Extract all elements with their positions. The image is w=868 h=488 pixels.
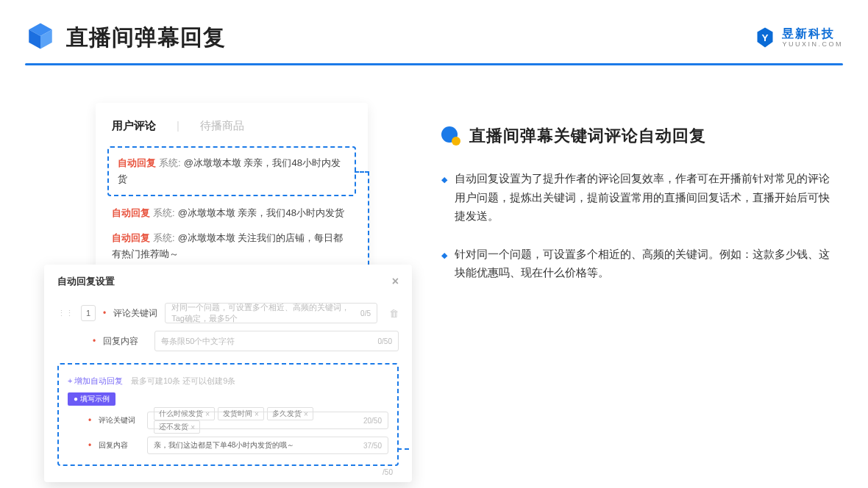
auto-reply-badge: 自动回复 bbox=[112, 232, 150, 243]
remove-tag-icon[interactable]: × bbox=[304, 410, 308, 418]
keyword-label: 评论关键词 bbox=[99, 415, 140, 426]
cube-icon bbox=[25, 21, 56, 54]
required-dot: • bbox=[103, 308, 106, 318]
outer-count: /50 bbox=[383, 468, 393, 476]
required-dot: • bbox=[88, 440, 91, 451]
tab-user-comments[interactable]: 用户评论 bbox=[112, 119, 156, 133]
reply-label: 回复内容 bbox=[103, 335, 147, 348]
example-badge: ● 填写示例 bbox=[68, 392, 115, 406]
bullet-text: 针对同一个问题，可设置多个相近的、高频的关键词。例如：这款多少钱、这块能优惠吗、… bbox=[455, 245, 839, 282]
bullet-item: ◆ 针对同一个问题，可设置多个相近的、高频的关键词。例如：这款多少钱、这块能优惠… bbox=[441, 245, 839, 282]
quota-hint: 最多可建10条 还可以创建9条 bbox=[131, 376, 235, 385]
diamond-icon: ◆ bbox=[441, 173, 447, 226]
trash-icon[interactable]: 🗑 bbox=[389, 308, 399, 319]
diamond-icon: ◆ bbox=[441, 248, 447, 282]
keyword-label: 评论关键词 bbox=[113, 307, 157, 320]
brand-name-en: YUUXIN.COM bbox=[782, 41, 843, 48]
keyword-tag[interactable]: 发货时间× bbox=[218, 407, 264, 420]
brand-name-cn: 昱新科技 bbox=[782, 28, 843, 40]
header-divider bbox=[25, 63, 843, 65]
remove-tag-icon[interactable]: × bbox=[205, 410, 210, 418]
svg-text:Y: Y bbox=[762, 32, 769, 43]
reply-label: 回复内容 bbox=[99, 440, 140, 451]
keyword-tag[interactable]: 什么时候发货× bbox=[154, 407, 215, 420]
reply-input-example[interactable]: 亲，我们这边都是下单48小时内发货的哦～ 37/50 bbox=[147, 437, 388, 454]
chat-bubble-icon bbox=[441, 126, 460, 146]
comments-panel: 用户评论 | 待播商品 自动回复系统:@冰墩墩本墩 亲亲，我们48小时内发货 自… bbox=[96, 103, 368, 281]
add-auto-reply-link[interactable]: + 增加自动回复 bbox=[68, 376, 123, 385]
bullet-text: 自动回复设置为了提升作者的评论回复效率，作者可在开播前针对常见的评论用户问题，提… bbox=[455, 169, 839, 226]
close-icon[interactable]: × bbox=[392, 275, 399, 288]
example-highlight-box: + 增加自动回复 最多可建10条 还可以创建9条 ● 填写示例 • 评论关键词 … bbox=[57, 363, 399, 466]
slide-header: 直播间弹幕回复 Y 昱新科技 YUUXIN.COM bbox=[25, 21, 843, 65]
required-dot: • bbox=[93, 336, 96, 346]
order-index: 1 bbox=[81, 305, 96, 321]
auto-reply-settings-panel: 自动回复设置 × ⋮⋮ 1 • 评论关键词 对同一个问题，可设置多个相近、高频的… bbox=[44, 265, 412, 482]
screenshot-composite: 用户评论 | 待播商品 自动回复系统:@冰墩墩本墩 亲亲，我们48小时内发货 自… bbox=[44, 103, 419, 463]
comment-row: 自动回复系统:@冰墩墩本墩 关注我们的店铺，每日都有热门推荐呦～ bbox=[112, 230, 352, 262]
remove-tag-icon[interactable]: × bbox=[255, 410, 259, 418]
highlighted-comment: 自动回复系统:@冰墩墩本墩 亲亲，我们48小时内发货 bbox=[107, 146, 356, 196]
comment-text: @冰墩墩本墩 亲亲，我们48小时内发货 bbox=[178, 207, 344, 218]
keyword-input-example[interactable]: 什么时候发货×发货时间×多久发货×还不发货× 20/50 bbox=[147, 412, 388, 429]
remove-tag-icon[interactable]: × bbox=[191, 423, 195, 431]
tab-divider: | bbox=[177, 119, 179, 133]
settings-title: 自动回复设置 bbox=[57, 275, 115, 288]
required-dot: • bbox=[88, 415, 91, 426]
keyword-tag[interactable]: 还不发货× bbox=[154, 420, 200, 434]
drag-handle-icon[interactable]: ⋮⋮ bbox=[57, 309, 74, 318]
bullet-item: ◆ 自动回复设置为了提升作者的评论回复效率，作者可在开播前针对常见的评论用户问题… bbox=[441, 169, 839, 226]
keyword-tag[interactable]: 多久发货× bbox=[267, 407, 313, 420]
section-title: 直播间弹幕关键词评论自动回复 bbox=[469, 125, 706, 147]
description-panel: 直播间弹幕关键词评论自动回复 ◆ 自动回复设置为了提升作者的评论回复效率，作者可… bbox=[441, 125, 839, 282]
reply-input[interactable]: 每条限50个中文字符 0/50 bbox=[154, 331, 399, 351]
keyword-input[interactable]: 对同一个问题，可设置多个相近、高频的关键词，Tag确定，最多5个 0/5 bbox=[165, 303, 377, 323]
auto-reply-badge: 自动回复 bbox=[118, 157, 156, 168]
tab-pending-products[interactable]: 待播商品 bbox=[200, 119, 244, 133]
comment-row: 自动回复系统:@冰墩墩本墩 亲亲，我们48小时内发货 bbox=[112, 205, 352, 221]
page-title: 直播间弹幕回复 bbox=[66, 23, 226, 53]
brand-logo: Y 昱新科技 YUUXIN.COM bbox=[754, 26, 843, 49]
auto-reply-badge: 自动回复 bbox=[112, 207, 150, 218]
